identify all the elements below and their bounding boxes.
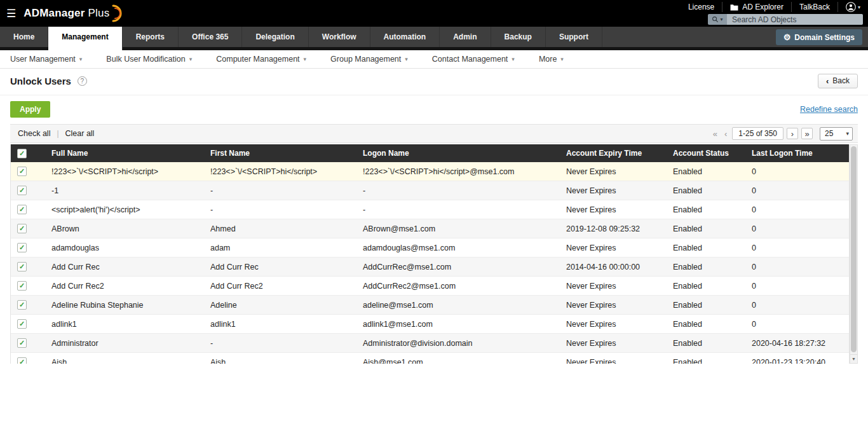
row-checkbox[interactable]: ✓ xyxy=(17,281,27,291)
cell-account-status: Enabled xyxy=(667,339,745,348)
nav-tab[interactable]: Reports xyxy=(123,27,179,47)
table-row[interactable]: ✓ Add Curr Rec Add Curr Rec AddCurrRec@m… xyxy=(11,258,849,277)
ad-explorer-label: AD Explorer xyxy=(742,3,783,11)
header-last-logon[interactable]: Last Logon Time xyxy=(745,149,849,158)
nav-tab[interactable]: Office 365 xyxy=(179,27,242,47)
cell-account-status: Enabled xyxy=(667,205,745,214)
nav-tab[interactable]: Support xyxy=(546,27,602,47)
folder-icon xyxy=(730,4,738,11)
cell-last-logon: 2020-04-16 18:27:32 xyxy=(745,339,849,348)
user-menu[interactable]: ▾ xyxy=(837,2,863,12)
next-page-button[interactable]: › xyxy=(787,128,798,139)
cell-first-name: Add Curr Rec2 xyxy=(204,282,356,291)
redefine-search-link[interactable]: Redefine search xyxy=(800,105,858,114)
row-checkbox[interactable]: ✓ xyxy=(17,167,27,176)
table-row[interactable]: ✓ -1 - - Never Expires Enabled 0 xyxy=(11,181,849,200)
cell-first-name: Ahmed xyxy=(204,224,356,233)
row-checkbox[interactable]: ✓ xyxy=(17,205,27,214)
cell-first-name: Aish xyxy=(204,358,356,364)
talkback-link[interactable]: TalkBack xyxy=(791,2,837,12)
search-scope-dropdown[interactable]: ▾ xyxy=(708,14,727,25)
subnav-item[interactable]: User Management ▾ xyxy=(10,55,82,64)
domain-settings-button[interactable]: ⚙ Domain Settings xyxy=(776,29,862,45)
cell-first-name: - xyxy=(204,186,356,195)
row-checkbox-cell: ✓ xyxy=(11,300,45,310)
table-row[interactable]: ✓ Adeline Rubina Stephanie Adeline adeli… xyxy=(11,296,849,315)
header-logon-name[interactable]: Logon Name xyxy=(356,149,560,158)
header-first-name[interactable]: First Name xyxy=(204,149,356,158)
first-page-button[interactable]: « xyxy=(711,130,719,138)
row-checkbox[interactable]: ✓ xyxy=(17,300,27,310)
cell-first-name: Adeline xyxy=(204,301,356,310)
license-label: License xyxy=(688,3,714,11)
nav-tab[interactable]: Home xyxy=(0,27,48,47)
management-subnav: User Management ▾ Bulk User Modification… xyxy=(0,50,868,69)
search-icon xyxy=(712,16,719,23)
subnav-item[interactable]: Contact Management ▾ xyxy=(432,55,515,64)
cell-account-expiry: Never Expires xyxy=(560,205,667,214)
chevron-down-icon: ▾ xyxy=(846,130,849,137)
nav-tab[interactable]: Delegation xyxy=(242,27,308,47)
header-full-name[interactable]: Full Name xyxy=(45,149,204,158)
search-input[interactable] xyxy=(727,14,863,25)
topbar-left: ☰ ADManagerPlus xyxy=(6,0,123,27)
cell-last-logon: 0 xyxy=(745,301,849,310)
menu-icon[interactable]: ☰ xyxy=(6,8,16,19)
page-size-select[interactable]: 25 ▾ xyxy=(820,127,853,141)
cell-account-expiry: Never Expires xyxy=(560,244,667,252)
table-row[interactable]: ✓ adamdouglas adam adamdouglas@mse1.com … xyxy=(11,238,849,258)
row-checkbox[interactable]: ✓ xyxy=(17,319,27,329)
row-checkbox[interactable]: ✓ xyxy=(17,224,27,233)
row-checkbox[interactable]: ✓ xyxy=(17,186,27,195)
nav-tab[interactable]: Management xyxy=(48,27,122,50)
cell-full-name: Aish xyxy=(45,358,204,364)
nav-tab[interactable]: Admin xyxy=(440,27,491,47)
cell-account-status: Enabled xyxy=(667,263,745,271)
vertical-scrollbar[interactable]: ▼ xyxy=(850,144,858,364)
subnav-item-label: More xyxy=(539,55,557,64)
table-row[interactable]: ✓ Administrator - Administrator@division… xyxy=(11,334,849,353)
help-icon[interactable]: ? xyxy=(78,76,87,86)
subnav-item[interactable]: More ▾ xyxy=(539,55,564,64)
nav-tab[interactable]: Workflow xyxy=(309,27,370,47)
nav-tab[interactable]: Automation xyxy=(370,27,440,47)
select-all-checkbox[interactable]: ✓ xyxy=(17,149,27,158)
table-row[interactable]: ✓ ABrown Ahmed ABrown@mse1.com 2019-12-0… xyxy=(11,219,849,238)
ad-explorer-link[interactable]: AD Explorer xyxy=(722,2,791,12)
subnav-item[interactable]: Computer Management ▾ xyxy=(216,55,306,64)
nav-tab[interactable]: Backup xyxy=(491,27,546,47)
cell-full-name: -1 xyxy=(45,186,204,195)
table-row[interactable]: ✓ <script>alert('hi')</script> - - Never… xyxy=(11,200,849,219)
cell-first-name: adam xyxy=(204,244,356,252)
cell-account-status: Enabled xyxy=(667,320,745,329)
row-checkbox-cell: ✓ xyxy=(11,224,45,233)
scroll-down-arrow[interactable]: ▼ xyxy=(850,354,857,363)
row-checkbox[interactable]: ✓ xyxy=(17,262,27,271)
row-checkbox[interactable]: ✓ xyxy=(17,338,27,348)
row-checkbox[interactable]: ✓ xyxy=(17,243,27,252)
main-nav: HomeManagementReportsOffice 365Delegatio… xyxy=(0,27,868,47)
license-link[interactable]: License xyxy=(681,2,722,12)
header-account-expiry[interactable]: Account Expiry Time xyxy=(560,149,667,158)
table-row[interactable]: ✓ adlink1 adlink1 adlink1@mse1.com Never… xyxy=(11,315,849,334)
apply-button[interactable]: Apply xyxy=(10,101,50,118)
last-page-button[interactable]: » xyxy=(801,128,813,139)
back-button[interactable]: ‹ Back xyxy=(818,74,858,88)
table-row[interactable]: ✓ Add Curr Rec2 Add Curr Rec2 AddCurrRec… xyxy=(11,277,849,296)
clear-all-link[interactable]: Clear all xyxy=(65,129,95,138)
header-account-status[interactable]: Account Status xyxy=(667,149,745,158)
cell-account-expiry: 2019-12-08 09:25:32 xyxy=(560,224,667,233)
subnav-item[interactable]: Bulk User Modification ▾ xyxy=(106,55,192,64)
row-checkbox[interactable]: ✓ xyxy=(17,357,27,364)
scrollbar-thumb[interactable] xyxy=(851,146,857,352)
subnav-item[interactable]: Group Management ▾ xyxy=(330,55,408,64)
table-row[interactable]: ✓ !223<>`\/<SCRIPT>hi</script> !223<>`\/… xyxy=(11,162,849,181)
prev-page-button[interactable]: ‹ xyxy=(722,130,729,138)
subnav-item-label: Group Management xyxy=(330,55,401,64)
table-header-row: ✓ Full Name First Name Logon Name Accoun… xyxy=(11,144,849,162)
subnav-item-label: Contact Management xyxy=(432,55,508,64)
table-row[interactable]: ✓ Aish Aish Aish@mse1.com Never Expires … xyxy=(11,353,849,364)
chevron-down-icon: ▾ xyxy=(720,17,722,22)
check-all-link[interactable]: Check all xyxy=(18,129,50,138)
cell-first-name: !223<>`\/<SCRIPT>hi</script> xyxy=(204,167,356,176)
